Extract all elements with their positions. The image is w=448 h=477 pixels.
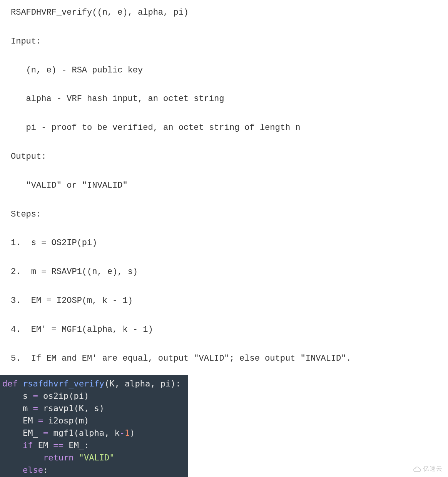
punct: , <box>114 379 125 388</box>
spacer <box>11 51 437 62</box>
call: mgf1 <box>53 428 74 438</box>
step-item: 5. If EM and EM' are equal, output "VALI… <box>11 350 437 368</box>
punct: , <box>84 403 94 413</box>
function-name: rsafdhvrf_verify <box>23 379 104 388</box>
punct: ) <box>84 391 89 401</box>
spacer <box>11 166 437 177</box>
spacer <box>11 339 437 350</box>
arg: m <box>79 416 84 425</box>
punct: ( <box>74 428 79 438</box>
input-item: alpha - VRF hash input, an octet string <box>11 90 437 108</box>
spacer <box>11 108 437 119</box>
call: rsavp1 <box>43 403 74 413</box>
var: EM <box>23 416 33 425</box>
punct: ( <box>104 379 109 388</box>
cloud-icon <box>413 466 421 472</box>
var: s <box>23 391 28 401</box>
arg: k <box>114 428 119 438</box>
input-item: (n, e) - RSA public key <box>11 62 437 80</box>
punct: ( <box>74 403 79 413</box>
arg: alpha <box>79 428 104 438</box>
punct: ) <box>84 416 89 425</box>
spacer <box>11 195 437 206</box>
watermark: 亿速云 <box>413 465 443 473</box>
spacer <box>11 310 437 321</box>
step-item: 4. EM' = MGF1(alpha, k - 1) <box>11 321 437 339</box>
step-item: 3. EM = I2OSP(m, k - 1) <box>11 292 437 310</box>
output-value: "VALID" or "INVALID" <box>11 177 437 195</box>
op-assign: = <box>28 403 43 413</box>
spacer <box>11 22 437 33</box>
op-assign: = <box>38 428 53 438</box>
steps-label: Steps: <box>11 206 437 224</box>
keyword-else: else <box>23 465 43 475</box>
spacer <box>11 252 437 263</box>
punct: ( <box>69 391 74 401</box>
param: K <box>109 379 114 388</box>
watermark-text: 亿速云 <box>423 465 443 473</box>
step-item: 2. m = RSAVP1((n, e), s) <box>11 263 437 281</box>
spacer <box>11 137 437 148</box>
arg: K <box>79 403 84 413</box>
punct: ): <box>171 379 181 388</box>
spacer <box>11 79 437 90</box>
keyword-return: return <box>43 453 74 462</box>
var: m <box>23 403 28 413</box>
input-label: Input: <box>11 33 437 51</box>
spec-title: RSAFDHVRF_verify((n, e), alpha, pi) <box>11 4 437 22</box>
step-item: 1. s = OS2IP(pi) <box>11 234 437 252</box>
input-item: pi - proof to be verified, an octet stri… <box>11 119 437 137</box>
op-assign: = <box>28 391 43 401</box>
keyword-if: if <box>23 440 33 450</box>
punct: ( <box>74 416 79 425</box>
var: EM <box>38 440 48 450</box>
arg: pi <box>74 391 84 401</box>
var: EM_ <box>69 440 84 450</box>
spacer <box>11 223 437 234</box>
punct: ) <box>99 403 104 413</box>
string: "VALID" <box>79 453 115 462</box>
python-code-block: def rsafdhvrf_verify(K, alpha, pi): s = … <box>0 375 188 477</box>
op-assign: = <box>33 416 48 425</box>
call: i2osp <box>48 416 74 425</box>
param: pi <box>160 379 171 388</box>
output-label: Output: <box>11 148 437 166</box>
op-minus: - <box>120 428 125 438</box>
op-eqeq: == <box>48 440 69 450</box>
number: 1 <box>125 428 130 438</box>
punct: : <box>84 440 89 450</box>
var: EM_ <box>23 428 38 438</box>
punct: : <box>43 465 48 475</box>
param: alpha <box>125 379 150 388</box>
punct: , <box>150 379 160 388</box>
call: os2ip <box>43 391 69 401</box>
keyword-def: def <box>2 379 18 388</box>
spacer <box>11 281 437 292</box>
punct: , <box>104 428 115 438</box>
punct: ) <box>130 428 135 438</box>
algorithm-spec: RSAFDHVRF_verify((n, e), alpha, pi) Inpu… <box>0 0 448 375</box>
arg: s <box>94 403 99 413</box>
